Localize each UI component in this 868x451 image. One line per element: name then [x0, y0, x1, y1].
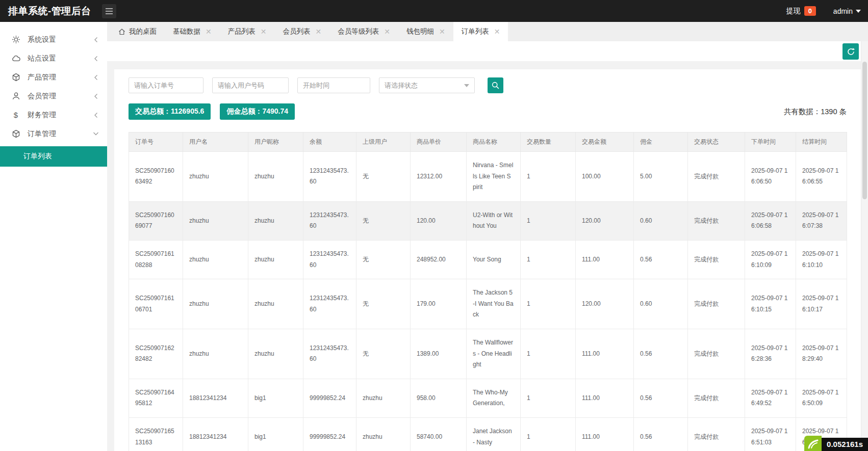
finance-dollar-icon: $ [11, 111, 20, 119]
site-icon [11, 55, 20, 63]
search-button[interactable] [488, 77, 503, 93]
vertical-scrollbar-thumb[interactable] [862, 62, 867, 199]
table-cell: 完成付款 [688, 279, 745, 329]
tab-close-icon[interactable]: ✕ [384, 28, 390, 35]
toolbar-strip [107, 41, 861, 61]
table-cell: The Jackson 5-I Want You Back [467, 279, 521, 329]
chevron-left-icon [93, 37, 99, 43]
table-cell: 1 [521, 329, 576, 379]
table-header-cell: 余额 [303, 132, 356, 152]
thinkphp-logo-icon[interactable] [804, 436, 822, 451]
table-cell: 2025-09-07 16:10:17 [796, 279, 847, 329]
sidebar-item-member-management[interactable]: 会员管理 [0, 87, 107, 105]
status-select[interactable]: 请选择状态 [379, 77, 475, 93]
table-cell: 100.00 [576, 152, 634, 202]
tab-close-icon[interactable]: ✕ [315, 28, 321, 35]
table-cell: 0.56 [634, 329, 688, 379]
refresh-button[interactable] [843, 43, 859, 60]
vertical-scrollbar-track[interactable] [861, 41, 868, 451]
table-cell: 1 [521, 152, 576, 202]
tab-product-list[interactable]: 产品列表 ✕ [220, 22, 275, 41]
table-cell: 179.00 [411, 279, 467, 329]
table-cell: SC25090716282482 [129, 329, 183, 379]
tab-basic-data[interactable]: 基础数据 ✕ [165, 22, 220, 41]
table-cell: 0.56 [634, 417, 688, 451]
table-cell: 99999852.24 [303, 379, 356, 417]
table-cell: 1 [521, 201, 576, 240]
tab-order-list[interactable]: 订单列表 ✕ [453, 22, 508, 41]
table-row: SC25090716069077zhuzhuzhuzhu12312435473.… [129, 201, 847, 240]
start-time-input[interactable] [297, 77, 370, 93]
header-right: 提现 0 admin [786, 0, 861, 22]
table-cell: 2025-09-07 16:07:38 [796, 201, 847, 240]
table-header-cell: 交易数量 [521, 132, 576, 152]
table-cell: 120.00 [576, 201, 634, 240]
sidebar-toggle-button[interactable] [102, 4, 116, 18]
order-list-panel: 请选择状态 交易总额：1126905.6 佣金总额：7490.74 共有数据：1… [114, 69, 861, 451]
tab-close-icon[interactable]: ✕ [206, 28, 212, 35]
sidebar-subitem-label: 订单列表 [23, 152, 52, 161]
sidebar-item-order-management[interactable]: 订单管理 [0, 124, 107, 143]
tab-label: 我的桌面 [129, 27, 157, 36]
tab-label: 订单列表 [462, 27, 489, 36]
table-cell: 1 [521, 379, 576, 417]
sidebar-subitem-order-list[interactable]: 订单列表 [0, 146, 107, 167]
order-no-input[interactable] [129, 77, 203, 93]
table-cell: 2025-09-07 16:10:10 [796, 240, 847, 279]
trade-total-badge: 交易总额：1126905.6 [129, 103, 211, 120]
sidebar-item-product-management[interactable]: 产品管理 [0, 68, 107, 87]
table-header-cell: 用户名 [183, 132, 248, 152]
table-cell: 12312435473.60 [303, 329, 356, 379]
debug-bar: 0.052161s [804, 436, 868, 451]
table-cell: Your Song [467, 240, 521, 279]
table-cell: zhuzhu [183, 240, 248, 279]
tab-member-list[interactable]: 会员列表 ✕ [274, 22, 329, 41]
withdraw-link[interactable]: 提现 0 [786, 6, 816, 16]
sidebar: 系统设置 站点设置 产品管理 [0, 22, 107, 451]
tab-close-icon[interactable]: ✕ [261, 28, 267, 35]
sidebar-item-finance-management[interactable]: $ 财务管理 [0, 105, 107, 124]
table-cell: 18812341234 [183, 379, 248, 417]
admin-username: admin [833, 7, 853, 15]
table-header-cell: 交易状态 [688, 132, 745, 152]
table-cell: 12312435473.60 [303, 279, 356, 329]
user-no-input[interactable] [212, 77, 289, 93]
table-cell: 111.00 [576, 240, 634, 279]
top-header: 排单系统-管理后台 提现 0 admin [0, 0, 868, 22]
table-cell: 111.00 [576, 379, 634, 417]
tab-member-level-list[interactable]: 会员等级列表 ✕ [329, 22, 398, 41]
table-header-cell: 商品单价 [411, 132, 467, 152]
tab-label: 钱包明细 [406, 27, 434, 36]
withdraw-label: 提现 [786, 7, 801, 16]
table-cell: 120.00 [576, 279, 634, 329]
table-cell: 12312435473.60 [303, 152, 356, 202]
admin-dropdown[interactable]: admin [833, 7, 861, 15]
status-select-placeholder: 请选择状态 [385, 81, 418, 90]
table-cell: 2025-09-07 16:50:09 [796, 379, 847, 417]
table-cell: 2025-09-07 16:06:55 [796, 152, 847, 202]
tab-wallet-detail[interactable]: 钱包明细 ✕ [398, 22, 453, 41]
tab-label: 基础数据 [173, 27, 200, 36]
filter-row: 请选择状态 [129, 77, 847, 93]
chevron-down-icon [93, 131, 99, 137]
orders-table-header-row: 订单号用户名用户昵称余额上级用户商品单价商品名称交易数量交易金额佣金交易状态下单… [129, 132, 847, 152]
chevron-left-icon [93, 74, 99, 81]
tab-close-icon[interactable]: ✕ [439, 28, 445, 35]
table-cell: SC25090716069077 [129, 201, 183, 240]
refresh-icon [847, 47, 855, 56]
sidebar-item-site-settings[interactable]: 站点设置 [0, 49, 107, 68]
table-cell: 248952.00 [411, 240, 467, 279]
sidebar-item-label: 系统设置 [28, 35, 56, 44]
table-cell: 无 [356, 329, 411, 379]
table-cell: 12312.00 [411, 152, 467, 202]
table-cell: zhuzhu [183, 279, 248, 329]
table-cell: 完成付款 [688, 152, 745, 202]
tab-close-icon[interactable]: ✕ [494, 28, 500, 35]
orders-table-head: 订单号用户名用户昵称余额上级用户商品单价商品名称交易数量交易金额佣金交易状态下单… [129, 132, 847, 152]
commission-total-value: 7490.74 [262, 107, 288, 115]
table-cell: 12312435473.60 [303, 201, 356, 240]
tab-my-desktop[interactable]: 我的桌面 [110, 22, 165, 41]
table-cell: 2025-09-07 16:06:58 [745, 201, 796, 240]
sidebar-item-system-settings[interactable]: 系统设置 [0, 30, 107, 49]
table-cell: 无 [356, 152, 411, 202]
